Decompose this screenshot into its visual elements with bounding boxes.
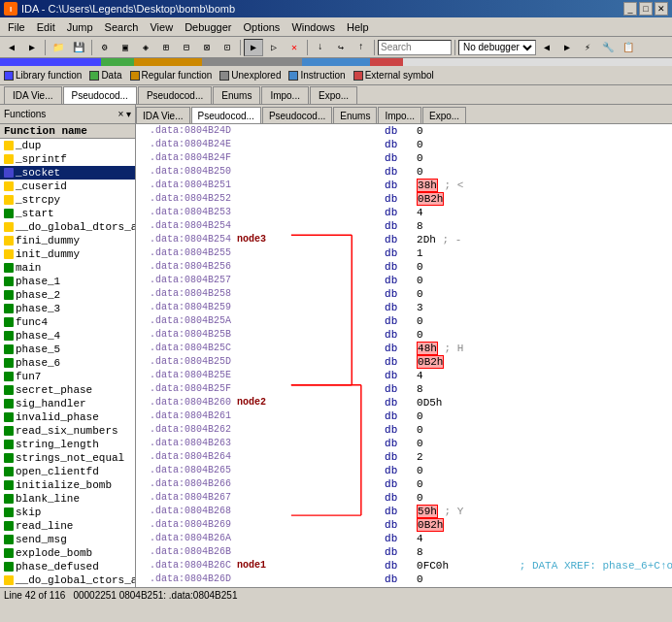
maximize-button[interactable]: □ xyxy=(639,2,653,16)
fn-global-dtors[interactable]: __do_global_dtors_au xyxy=(0,220,135,234)
fn-defused[interactable]: phase_defused xyxy=(0,560,135,573)
fn-cuserid[interactable]: _cuserid xyxy=(0,180,135,193)
menu-windows[interactable]: Windows xyxy=(286,19,341,35)
minimize-button[interactable]: _ xyxy=(623,2,637,16)
toolbar-stepover[interactable]: ↪ xyxy=(331,39,351,56)
fn-fun7[interactable]: fun7 xyxy=(0,370,135,383)
code-line: .data:0804B24D db 0 xyxy=(136,124,672,138)
fn-read-line[interactable]: read_line xyxy=(0,519,135,533)
toolbar-btn4[interactable]: ⊞ xyxy=(156,39,176,56)
titlebar-controls[interactable]: _ □ ✕ xyxy=(623,2,668,16)
status-address: 00002251 0804B251: .data:0804B251 xyxy=(73,590,237,601)
fn-icon-phase1 xyxy=(4,277,14,286)
fn-phase3[interactable]: phase_3 xyxy=(0,302,135,315)
tab-pseudocode-1[interactable]: Pseudocod... xyxy=(63,86,137,104)
inner-tab-pseudo2[interactable]: Pseudocod... xyxy=(262,107,332,123)
tab-exports[interactable]: Expo... xyxy=(310,86,357,104)
functions-controls[interactable]: × ▾ xyxy=(118,109,131,119)
toolbar-run[interactable]: ▶ xyxy=(244,39,263,56)
menu-debugger[interactable]: Debugger xyxy=(179,19,237,35)
tab-pseudocode-2[interactable]: Pseudocod... xyxy=(138,86,212,104)
code-line: .data:0804B264 db 2 xyxy=(136,450,672,464)
fn-str-len[interactable]: string_length xyxy=(0,438,135,451)
toolbar-stop[interactable]: ✕ xyxy=(285,39,304,56)
fn-phase2[interactable]: phase_2 xyxy=(0,288,135,302)
toolbar-debug4[interactable]: 🔧 xyxy=(598,39,618,56)
toolbar-run2[interactable]: ▷ xyxy=(264,39,284,56)
toolbar-btn3[interactable]: ◈ xyxy=(136,39,155,56)
toolbar-step[interactable]: ↓ xyxy=(311,39,330,56)
menu-edit[interactable]: Edit xyxy=(31,19,61,35)
toolbar-stepout[interactable]: ↑ xyxy=(352,39,371,56)
fn-main[interactable]: main xyxy=(0,261,135,275)
fn-sig-handler[interactable]: sig_handler xyxy=(0,397,135,410)
code-line: .data:0804B25D db 0B2h xyxy=(136,355,672,369)
tab-ida-view[interactable]: IDA Vie... xyxy=(4,86,62,104)
menu-search[interactable]: Search xyxy=(99,19,145,35)
fn-send-msg[interactable]: send_msg xyxy=(0,533,135,546)
fn-init-dummy[interactable]: init_dummy xyxy=(0,247,135,261)
toolbar-btn7[interactable]: ⊡ xyxy=(218,39,237,56)
fn-read-six[interactable]: read_six_numbers xyxy=(0,424,135,438)
fn-fini-dummy[interactable]: fini_dummy xyxy=(0,234,135,247)
tab-imports[interactable]: Impo... xyxy=(261,86,309,104)
menu-jump[interactable]: Jump xyxy=(61,19,99,35)
fn-start[interactable]: _start xyxy=(0,207,135,220)
inner-tab-strip: IDA Vie... Pseudocod... Pseudocod... Enu… xyxy=(136,105,672,124)
fn-icon-open xyxy=(4,467,14,476)
inner-tab-pseudo1[interactable]: Pseudocod... xyxy=(191,107,261,123)
fn-phase6[interactable]: phase_6 xyxy=(0,356,135,370)
toolbar-open[interactable]: 📁 xyxy=(49,39,68,56)
fn-skip[interactable]: skip xyxy=(0,506,135,519)
menu-help[interactable]: Help xyxy=(341,19,375,35)
fn-icon-blank xyxy=(4,494,14,504)
inner-tab-imports[interactable]: Impo... xyxy=(378,107,421,123)
inner-tab-ida[interactable]: IDA Vie... xyxy=(136,107,190,123)
tab-enums[interactable]: Enums xyxy=(213,86,260,104)
fn-blank-line[interactable]: blank_line xyxy=(0,492,135,506)
menu-file[interactable]: File xyxy=(2,19,31,35)
fn-invalid-phase[interactable]: invalid_phase xyxy=(0,410,135,424)
inner-tab-enums[interactable]: Enums xyxy=(333,107,377,123)
toolbar-debug2[interactable]: ▶ xyxy=(557,39,577,56)
code-line: .data:0804B256 db 0 xyxy=(136,260,672,274)
functions-list[interactable]: _dup _sprintf _socket _cuserid _strcpy _… xyxy=(0,139,135,587)
fn-sprintf[interactable]: _sprintf xyxy=(0,152,135,166)
toolbar-debug3[interactable]: ⚡ xyxy=(578,39,597,56)
fn-strcpy[interactable]: _strcpy xyxy=(0,193,135,207)
toolbar-debug5[interactable]: 📋 xyxy=(619,39,638,56)
toolbar-back[interactable]: ◀ xyxy=(2,39,21,56)
toolbar-forward[interactable]: ▶ xyxy=(22,39,42,56)
fn-str-neq[interactable]: strings_not_equal xyxy=(0,451,135,465)
fn-phase4[interactable]: phase_4 xyxy=(0,329,135,343)
toolbar-btn1[interactable]: ⚙ xyxy=(95,39,115,56)
fn-icon-start xyxy=(4,209,14,218)
code-line: .data:0804B251 db 38h ; < xyxy=(136,179,672,192)
toolbar-save[interactable]: 💾 xyxy=(69,39,88,56)
fn-explode[interactable]: explode_bomb xyxy=(0,546,135,560)
fn-global-ctors[interactable]: __do_global_ctors_au xyxy=(0,573,135,587)
fn-func4[interactable]: func4 xyxy=(0,315,135,329)
debugger-select[interactable]: No debugger xyxy=(458,40,536,55)
toolbar-btn2[interactable]: ▣ xyxy=(116,39,135,56)
fn-phase5[interactable]: phase_5 xyxy=(0,343,135,356)
fn-dup[interactable]: _dup xyxy=(0,139,135,152)
search-input[interactable] xyxy=(381,42,449,52)
menu-options[interactable]: Options xyxy=(237,19,286,35)
fn-socket[interactable]: _socket xyxy=(0,166,135,180)
code-content[interactable]: .data:0804B24D db 0 .data:0804B24E db 0 … xyxy=(136,124,672,587)
fn-icon-ctors xyxy=(4,575,14,585)
fn-phase1[interactable]: phase_1 xyxy=(0,275,135,288)
close-button[interactable]: ✕ xyxy=(655,2,668,16)
fn-icon-fini xyxy=(4,236,14,246)
toolbar-btn5[interactable]: ⊟ xyxy=(177,39,196,56)
fn-secret-phase[interactable]: secret_phase xyxy=(0,383,135,397)
fn-init-bomb[interactable]: initialize_bomb xyxy=(0,478,135,492)
toolbar-btn6[interactable]: ⊠ xyxy=(197,39,217,56)
fn-icon-send xyxy=(4,535,14,544)
code-line: .data:0804B262 db 0 xyxy=(136,423,672,437)
menu-view[interactable]: View xyxy=(144,19,179,35)
inner-tab-exports[interactable]: Expo... xyxy=(422,107,466,123)
toolbar-debug1[interactable]: ◀ xyxy=(537,39,556,56)
fn-open-client[interactable]: open_clientfd xyxy=(0,465,135,478)
